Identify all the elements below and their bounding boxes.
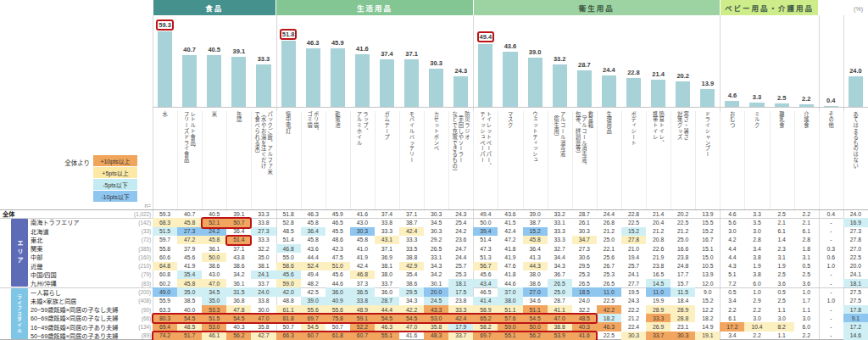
table-cell: 48.2 xyxy=(301,279,326,287)
table-cell: 32.2 xyxy=(251,244,275,253)
table-cell: 66.3 xyxy=(276,332,301,340)
table-cell: 38.0 xyxy=(523,270,548,279)
table-cell: 38.8 xyxy=(399,253,424,261)
column-label-text: アルコール消毒液 （衛生用） xyxy=(554,111,566,157)
table-cell: 42.3 xyxy=(326,244,350,253)
category-group-header-2: 衛生用品 xyxy=(474,0,720,15)
column-label-text: 懐中電灯 xyxy=(285,111,291,134)
row-n-value: (385) xyxy=(118,244,151,253)
table-cell: 33.7 xyxy=(375,279,399,287)
table-cell: 28.7 xyxy=(572,209,597,218)
table-cell: 30.3 xyxy=(670,332,695,340)
column-label-text: レトルト食品、 フリーズドライ食品 xyxy=(183,111,196,163)
table-cell: 4.4 xyxy=(720,253,744,261)
table-cell: 48.5 xyxy=(177,322,202,331)
table-cell: - xyxy=(819,305,843,314)
table-cell: 40.5 xyxy=(202,209,226,218)
table-cell: 3.6 xyxy=(770,279,794,287)
bar-value-label: 20.2 xyxy=(668,72,698,80)
table-cell: 47.0 xyxy=(251,314,275,322)
table-cell: 59.3 xyxy=(153,209,177,218)
table-cell: 24.4 xyxy=(448,253,473,261)
table-cell: 56.2 xyxy=(226,332,251,340)
column-label-text: ラップ、 アルミホイル xyxy=(356,111,369,146)
table-cell: 22.4 xyxy=(621,322,646,331)
table-cell: 24.8 xyxy=(670,262,695,270)
table-cell: 51.1 xyxy=(498,305,522,314)
table-cell: 14.9 xyxy=(695,322,720,331)
row-label: 未婚×家族と同居 xyxy=(31,297,77,305)
table-cell: 33.3 xyxy=(548,227,572,236)
table-cell: 5.6 xyxy=(720,218,744,226)
table-cell: 24.7 xyxy=(448,244,473,253)
table-cell: 58.6 xyxy=(276,262,301,270)
table-cell: 6.1 xyxy=(794,227,819,236)
table-cell: 38.7 xyxy=(399,218,424,226)
table-cell: 41.3 xyxy=(523,253,548,261)
table-cell: 19.4 xyxy=(621,253,646,261)
table-cell: 46.5 xyxy=(326,218,350,226)
column-label-text: 防災ラジオ （手回しやソーラー などで充電できるもの） xyxy=(452,111,470,175)
table-cell: 42.4 xyxy=(350,262,375,270)
table-cell: 46.8 xyxy=(350,270,375,279)
column-label: パックご飯、アルファ米 （水やお湯を注ぐだけ で食べられる米） xyxy=(251,111,276,209)
table-cell: 51.7 xyxy=(177,332,202,340)
column-label: アルコール消毒液 （衛生用） xyxy=(548,111,573,209)
table-cell: 42.2 xyxy=(597,305,621,314)
row-label: 近畿 xyxy=(31,262,42,270)
table-cell: 38.1 xyxy=(251,262,275,270)
table-cell: - xyxy=(819,287,843,296)
table-cell: 40.3 xyxy=(226,322,251,331)
highlight-box: 49.4 xyxy=(477,31,495,42)
table-cell: 32.2 xyxy=(572,305,597,314)
table-cell: 15.0 xyxy=(695,253,720,261)
table-cell: 42.9 xyxy=(399,262,424,270)
row-group-0: エリア xyxy=(11,219,28,287)
table-cell: 21.2 xyxy=(670,227,695,236)
table-cell: 51.8 xyxy=(276,209,301,218)
table-cell: 17.8 xyxy=(843,305,868,314)
table-cell: 0.5 xyxy=(720,287,744,296)
table-cell: 38.0 xyxy=(375,270,399,279)
table-cell: 44.3 xyxy=(523,262,548,270)
table-cell: 47.0 xyxy=(202,279,226,287)
table-cell: 2.3 xyxy=(770,244,794,253)
table-cell: 30.3 xyxy=(572,227,597,236)
table-cell: 34.3 xyxy=(424,262,448,270)
table-cell: 29.2 xyxy=(424,236,448,244)
row-n-value: (408) xyxy=(118,297,151,305)
table-cell: 34.5 xyxy=(424,218,448,226)
table-cell: 39.0 xyxy=(523,209,548,218)
table-cell: 40.0 xyxy=(177,305,202,314)
table-cell: 38.6 xyxy=(399,279,424,287)
table-cell: 33.7 xyxy=(646,332,670,340)
table-cell: 33.8 xyxy=(350,297,375,305)
row-n-value: (1,022) xyxy=(118,209,151,218)
table-cell: 27.7 xyxy=(621,279,646,287)
column-label: 簡易トイレ、 携帯トイレ xyxy=(646,111,671,209)
table-cell: 2.2 xyxy=(744,305,769,314)
table-cell: 57.6 xyxy=(498,314,522,322)
bar xyxy=(331,48,345,107)
table-cell: 22.5 xyxy=(597,297,621,305)
table-cell: - xyxy=(819,236,843,244)
table-cell: 34.3 xyxy=(399,297,424,305)
table-cell: 18.2 xyxy=(695,314,720,322)
table-cell: 26.1 xyxy=(572,218,597,226)
table-cell: 41.8 xyxy=(498,244,522,253)
table-cell: - xyxy=(819,314,843,322)
table-cell: 49.4 xyxy=(301,270,326,279)
table-cell: 51.1 xyxy=(523,305,548,314)
table-cell: 24.3 xyxy=(621,297,646,305)
table-cell: 38.6 xyxy=(226,262,251,270)
row-label: 16~49歳既婚×同居の子あり夫婦 xyxy=(31,322,118,331)
table-cell: 30.3 xyxy=(424,209,448,218)
table-cell: 42.0 xyxy=(276,287,301,296)
table-cell: 2.8 xyxy=(794,236,819,244)
column-label-text: カセットボンベ xyxy=(433,111,439,152)
table-cell: 18.5 xyxy=(572,287,597,296)
table-cell: - xyxy=(819,227,843,236)
bar xyxy=(355,54,370,107)
table-cell: 37.9 xyxy=(177,244,202,253)
table-cell: 45.8 xyxy=(202,236,226,244)
